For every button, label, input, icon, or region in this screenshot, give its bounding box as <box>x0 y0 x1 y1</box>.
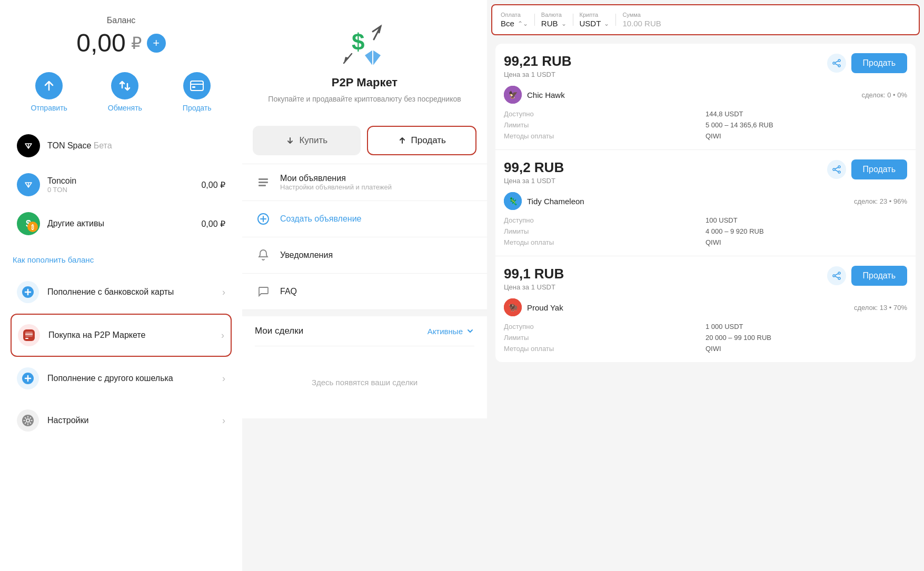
menu-item-other-wallet-label: Пополнение с другого кошелька <box>47 374 214 383</box>
svg-text:🦬: 🦬 <box>509 303 518 312</box>
share-icon-0[interactable] <box>827 54 846 73</box>
filter-currency-chevron: ⌄ <box>561 20 567 27</box>
sell-action-button[interactable]: Продать <box>183 72 212 112</box>
ton-space-info: TON Space Бета <box>47 141 225 151</box>
svg-text:🦎: 🦎 <box>509 197 518 206</box>
offer-actions-2: Продать <box>827 266 908 286</box>
ton-space-item[interactable]: TON Space Бета <box>11 127 232 165</box>
sell-tab[interactable]: Продать <box>367 126 477 155</box>
left-panel: Баланс 0,00 ₽ + Отправить Обменять <box>0 0 242 571</box>
filters-bar: Оплата Все ⌃⌄ Валюта RUB ⌄ Крипта USDT ⌄… <box>491 4 920 35</box>
available-label-0: Доступно <box>504 110 706 118</box>
p2p-market-icon <box>18 324 40 346</box>
methods-label-1: Методы оплаты <box>504 238 706 246</box>
share-icon-1[interactable] <box>827 160 846 179</box>
filter-payment-select[interactable]: Все ⌃⌄ <box>501 19 528 28</box>
toncoin-value: 0,00 ₽ <box>201 180 225 190</box>
svg-point-26 <box>838 171 840 173</box>
chevron-icon-3: › <box>222 415 225 426</box>
offer-seller-2: 🦬 Proud Yak сделок: 13 • 70% <box>504 298 907 316</box>
other-assets-icon: $ ₿ <box>17 212 40 235</box>
seller-name-2: Proud Yak <box>527 303 563 312</box>
offer-price-unit-2: Цена за 1 USDT <box>504 283 564 291</box>
toncoin-info: Toncoin 0 TON <box>47 176 194 194</box>
menu-item-settings[interactable]: Настройки › <box>11 400 232 441</box>
filter-crypto-label: Крипта <box>580 12 610 18</box>
svg-text:₿: ₿ <box>31 224 34 231</box>
offer-price-unit-0: Цена за 1 USDT <box>504 71 572 78</box>
add-balance-button[interactable]: + <box>147 34 166 53</box>
filter-crypto-chevron: ⌄ <box>604 20 609 27</box>
available-label-1: Доступно <box>504 216 706 224</box>
menu-item-other-wallet[interactable]: Пополнение с другого кошелька › <box>11 358 232 399</box>
available-value-1: 100 USDT <box>706 216 907 224</box>
filter-currency-select[interactable]: RUB ⌄ <box>541 19 567 28</box>
offer-seller-1: 🦎 Tidy Chameleon сделок: 23 • 96% <box>504 192 907 210</box>
menu-item-p2p[interactable]: Покупка на P2P Маркете › <box>11 314 232 357</box>
offer-price-0: 99,21 RUB <box>504 53 572 69</box>
create-ad-item[interactable]: Создать объявление <box>242 201 487 237</box>
limits-value-2: 20 000 – 99 100 RUB <box>706 334 907 342</box>
deals-filter[interactable]: Активные <box>428 327 474 336</box>
sell-button-2[interactable]: Продать <box>851 266 908 286</box>
filter-amount-group: Сумма <box>622 12 670 28</box>
available-label-2: Доступно <box>504 323 706 330</box>
offer-actions-1: Продать <box>827 159 908 179</box>
exchange-label: Обменять <box>108 104 142 112</box>
filter-crypto-select[interactable]: USDT ⌄ <box>580 19 610 28</box>
other-assets-info: Другие активы <box>47 219 194 228</box>
offer-price-info-0: 99,21 RUB Цена за 1 USDT <box>504 53 572 78</box>
available-value-0: 144,8 USDT <box>706 110 907 118</box>
seller-name-0: Chic Hawk <box>527 91 565 99</box>
svg-rect-0 <box>191 81 203 91</box>
offer-price-1: 99,2 RUB <box>504 159 564 176</box>
limits-label-1: Лимиты <box>504 227 706 235</box>
svg-point-30 <box>838 272 840 274</box>
offer-price-2: 99,1 RUB <box>504 266 564 282</box>
toncoin-item[interactable]: Toncoin 0 TON 0,00 ₽ <box>11 166 232 204</box>
ton-space-beta: Бета <box>94 141 112 150</box>
faq-item[interactable]: FAQ <box>242 274 487 310</box>
chevron-icon-1: › <box>221 330 224 341</box>
svg-text:$: $ <box>352 29 364 55</box>
p2p-subtitle: Покупайте и продавайте криптовалюту без … <box>268 94 461 105</box>
send-icon <box>35 72 63 99</box>
svg-rect-16 <box>259 178 268 180</box>
seller-avatar-2: 🦬 <box>504 298 522 316</box>
sell-button-0[interactable]: Продать <box>851 53 908 73</box>
toncoin-name: Toncoin <box>47 176 194 186</box>
how-to-label: Как пополнить баланс <box>11 255 232 264</box>
share-icon-2[interactable] <box>827 266 846 285</box>
svg-point-31 <box>838 277 840 279</box>
action-buttons: Отправить Обменять Продать <box>11 72 232 112</box>
my-ads-icon <box>255 174 272 191</box>
create-ad-label: Создать объявление <box>280 214 361 224</box>
buy-tab[interactable]: Купить <box>253 126 361 155</box>
offer-price-info-2: 99,1 RUB Цена за 1 USDT <box>504 266 564 291</box>
methods-value-1: QIWI <box>706 238 907 246</box>
toncoin-sub: 0 TON <box>47 186 194 194</box>
sell-button-1[interactable]: Продать <box>851 159 908 179</box>
svg-point-21 <box>838 65 840 67</box>
deals-section: Мои сделки Активные Здесь появятся ваши … <box>242 316 487 418</box>
filter-divider-1 <box>534 14 535 26</box>
my-ads-item[interactable]: Мои объявления Настройки объявлений и пл… <box>242 164 487 201</box>
filter-amount-input[interactable] <box>622 19 670 28</box>
balance-section: Баланс 0,00 ₽ + <box>11 16 232 57</box>
send-button[interactable]: Отправить <box>31 72 67 112</box>
exchange-button[interactable]: Обменять <box>108 72 142 112</box>
methods-label-2: Методы оплаты <box>504 345 706 353</box>
filter-payment-chevron: ⌃⌄ <box>518 20 528 27</box>
filter-payment-group: Оплата Все ⌃⌄ <box>501 12 528 28</box>
create-ad-icon <box>255 211 272 227</box>
p2p-title: P2P Маркет <box>332 76 398 89</box>
notifications-item[interactable]: Уведомления <box>242 237 487 274</box>
balance-amount: 0,00 ₽ + <box>11 28 232 57</box>
buy-sell-tabs: Купить Продать <box>242 117 487 164</box>
other-assets-item[interactable]: $ ₿ Другие активы 0,00 ₽ <box>11 205 232 243</box>
seller-avatar-1: 🦎 <box>504 192 522 210</box>
settings-icon <box>17 409 39 432</box>
offer-top-2: 99,1 RUB Цена за 1 USDT Продать <box>504 266 907 291</box>
menu-item-bank-card[interactable]: Пополнение с банковской карты › <box>11 272 232 313</box>
svg-rect-11 <box>25 338 28 339</box>
